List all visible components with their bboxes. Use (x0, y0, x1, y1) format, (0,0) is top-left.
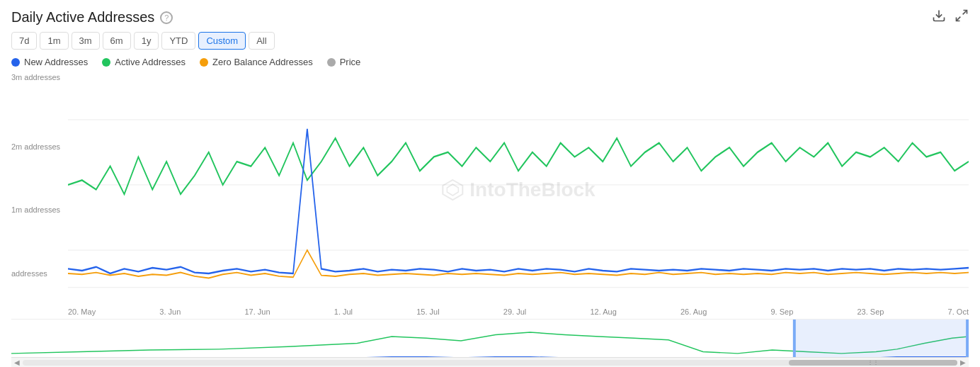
x-axis-labels: 20. May 3. Jun 17. Jun 1. Jul 15. Jul 29… (11, 306, 969, 317)
x-label-8: 9. Sep (771, 307, 794, 316)
chart-legend: New Addresses Active Addresses Zero Bala… (11, 57, 969, 67)
legend-price: Price (327, 57, 361, 67)
scroll-track[interactable]: ⋮⋮ (23, 360, 957, 366)
chart-title: Daily Active Addresses (11, 9, 154, 26)
price-label: Price (340, 57, 361, 67)
chart-area: 3m addresses 2m addresses 1m addresses a… (11, 73, 969, 367)
time-filter-bar: 7d 1m 3m 6m 1y YTD Custom All (11, 32, 969, 50)
y-label-1m: 1m addresses (11, 205, 64, 214)
new-addresses-label: New Addresses (24, 57, 88, 67)
filter-ytd[interactable]: YTD (161, 32, 195, 50)
zero-balance-dot (200, 58, 208, 67)
main-chart: 3m addresses 2m addresses 1m addresses a… (11, 73, 969, 306)
active-addresses-label: Active Addresses (115, 57, 186, 67)
scroll-left-arrow[interactable]: ◀ (11, 358, 23, 366)
zero-balance-label: Zero Balance Addresses (212, 57, 313, 67)
svg-line-2 (957, 17, 961, 21)
x-label-5: 29. Jul (503, 307, 526, 316)
x-label-7: 26. Aug (680, 307, 707, 316)
download-icon[interactable] (932, 9, 946, 26)
scroll-right-arrow[interactable]: ▶ (957, 358, 969, 366)
chart-container: Daily Active Addresses ? (0, 0, 980, 367)
y-axis: 3m addresses 2m addresses 1m addresses a… (11, 73, 64, 278)
filter-1y[interactable]: 1y (134, 32, 159, 50)
svg-line-1 (963, 11, 967, 15)
info-icon[interactable]: ? (160, 11, 173, 24)
mini-chart: 2019 2020 2021 2022 2023 2024 ◀ ⋮⋮ ▶ (11, 319, 969, 367)
y-label-addr: addresses (11, 269, 64, 278)
scroll-thumb[interactable]: ⋮⋮ (789, 360, 957, 366)
filter-7d[interactable]: 7d (11, 32, 37, 50)
active-addresses-dot (102, 58, 110, 67)
x-label-9: 23. Sep (858, 307, 884, 316)
y-label-2m: 2m addresses (11, 142, 64, 151)
x-label-0: 20. May (68, 307, 96, 316)
x-label-4: 15. Jul (416, 307, 439, 316)
header-right (932, 9, 969, 26)
legend-new-addresses: New Addresses (11, 57, 88, 67)
chart-svg-area: IntoTheBlock (68, 73, 969, 306)
header-left: Daily Active Addresses ? (11, 9, 173, 26)
filter-3m[interactable]: 3m (72, 32, 100, 50)
legend-zero-balance: Zero Balance Addresses (200, 57, 313, 67)
filter-custom[interactable]: Custom (198, 32, 246, 50)
new-addresses-dot (11, 58, 20, 67)
filter-6m[interactable]: 6m (103, 32, 131, 50)
price-dot (327, 58, 336, 67)
x-label-3: 1. Jul (334, 307, 353, 316)
main-chart-svg (68, 73, 969, 306)
x-label-6: 12. Aug (590, 307, 616, 316)
x-label-10: 7. Oct (948, 307, 969, 316)
chart-header: Daily Active Addresses ? (11, 6, 969, 32)
filter-all[interactable]: All (249, 32, 274, 50)
expand-icon[interactable] (955, 9, 969, 26)
y-label-3m: 3m addresses (11, 73, 64, 81)
scrollbar: ◀ ⋮⋮ ▶ (11, 357, 969, 367)
x-label-1: 3. Jun (159, 307, 181, 316)
filter-1m[interactable]: 1m (40, 32, 68, 50)
legend-active-addresses: Active Addresses (102, 57, 186, 67)
x-label-2: 17. Jun (244, 307, 270, 316)
